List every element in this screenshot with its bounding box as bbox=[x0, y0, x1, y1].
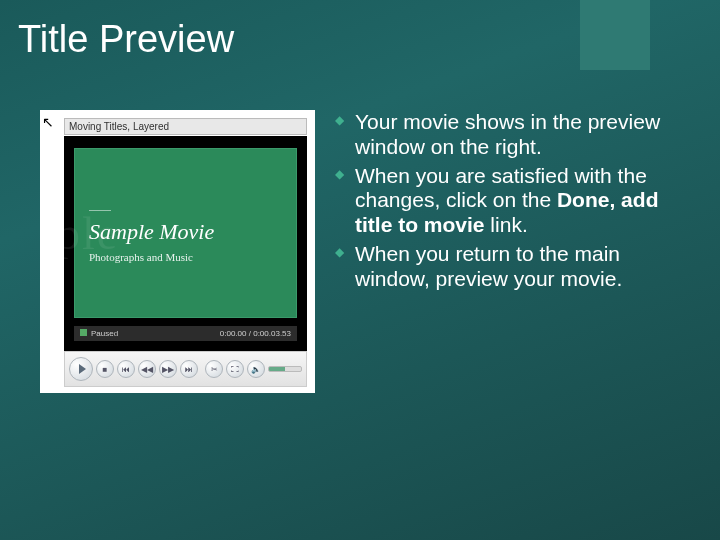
status-bar: Paused 0:00.00 / 0:00.03.53 bbox=[74, 326, 297, 341]
status-left: Paused bbox=[80, 329, 118, 338]
next-button[interactable]: ⏭ bbox=[180, 360, 198, 378]
bullet-2: When you are satisfied with the changes,… bbox=[335, 164, 690, 238]
video-frame: ple Sample Movie Photographs and Music bbox=[74, 148, 297, 318]
rewind-button[interactable]: ◀◀ bbox=[138, 360, 156, 378]
video-mat: ple Sample Movie Photographs and Music P… bbox=[64, 136, 307, 351]
title-divider bbox=[89, 210, 111, 211]
bullet-list: Your movie shows in the preview window o… bbox=[335, 110, 690, 393]
mute-button[interactable]: 🔈 bbox=[247, 360, 265, 378]
playback-controls: ■ ⏮ ◀◀ ▶▶ ⏭ ✂ ⛶ 🔈 bbox=[64, 351, 307, 387]
preview-window-title: Moving Titles, Layered bbox=[64, 118, 307, 135]
bullet-3: When you return to the main window, prev… bbox=[335, 242, 690, 292]
bullet-1: Your movie shows in the preview window o… bbox=[335, 110, 690, 160]
play-button[interactable] bbox=[69, 357, 93, 381]
forward-button[interactable]: ▶▶ bbox=[159, 360, 177, 378]
volume-slider[interactable] bbox=[268, 366, 302, 372]
sample-movie-title: Sample Movie bbox=[89, 219, 296, 245]
slide-title: Title Preview bbox=[18, 18, 234, 61]
fullscreen-button[interactable]: ⛶ bbox=[226, 360, 244, 378]
timecode: 0:00.00 / 0:00.03.53 bbox=[220, 329, 291, 338]
content-row: ↖ Moving Titles, Layered ple Sample Movi… bbox=[40, 110, 690, 393]
accent-block bbox=[580, 0, 650, 70]
status-dot-icon bbox=[80, 329, 87, 336]
prev-button[interactable]: ⏮ bbox=[117, 360, 135, 378]
stop-button[interactable]: ■ bbox=[96, 360, 114, 378]
sample-movie-subtitle: Photographs and Music bbox=[89, 251, 296, 263]
bullet-1-text: Your movie shows in the preview window o… bbox=[355, 110, 660, 158]
bullet-2-text-c: link. bbox=[485, 213, 528, 236]
status-label: Paused bbox=[91, 329, 118, 338]
bullet-3-text: When you return to the main window, prev… bbox=[355, 242, 622, 290]
split-button[interactable]: ✂ bbox=[205, 360, 223, 378]
cursor-icon: ↖ bbox=[42, 114, 54, 130]
preview-pane: ↖ Moving Titles, Layered ple Sample Movi… bbox=[40, 110, 315, 393]
